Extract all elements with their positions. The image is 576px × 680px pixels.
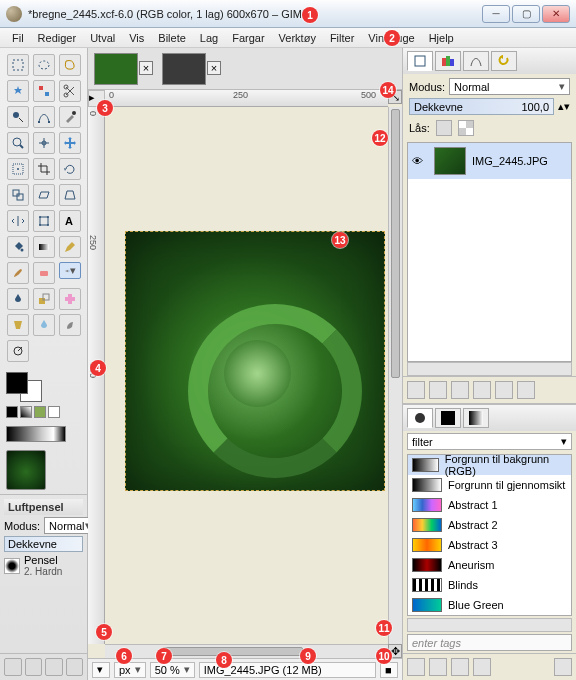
menu-filter[interactable]: Filter <box>324 30 360 46</box>
image-tab-1[interactable]: × <box>94 53 138 85</box>
tool-rotate[interactable] <box>59 158 81 180</box>
dup-gradient-icon[interactable] <box>451 658 469 676</box>
tool-rect-select[interactable] <box>7 54 29 76</box>
visibility-icon[interactable]: 👁 <box>412 155 428 167</box>
tool-free-select[interactable] <box>59 54 81 76</box>
tool-ink[interactable] <box>7 288 29 310</box>
tool-paintbrush[interactable] <box>7 262 29 284</box>
tool-paths[interactable] <box>33 106 55 128</box>
layer-opacity-slider[interactable]: Dekkevne100,0 <box>409 98 554 115</box>
layers-hscroll[interactable] <box>407 362 572 376</box>
lower-layer-icon[interactable] <box>451 381 469 399</box>
vertical-scrollbar[interactable] <box>388 107 402 644</box>
new-gradient-icon[interactable] <box>429 658 447 676</box>
edit-gradient-icon[interactable] <box>407 658 425 676</box>
tool-scale[interactable] <box>7 184 29 206</box>
tool-cage[interactable] <box>33 210 55 232</box>
gradient-item[interactable]: Blue Green <box>408 595 571 615</box>
restore-options-icon[interactable] <box>25 658 43 676</box>
refresh-gradient-icon[interactable] <box>554 658 572 676</box>
palette-chip[interactable] <box>20 406 32 418</box>
close-tab-icon[interactable]: × <box>207 61 221 75</box>
zoom-field[interactable]: 50 % <box>150 662 195 678</box>
active-gradient[interactable] <box>6 426 66 442</box>
menu-fil[interactable]: Fil <box>6 30 30 46</box>
gradient-item[interactable]: Abstract 2 <box>408 515 571 535</box>
layer-mode-select[interactable]: Normal <box>449 78 570 95</box>
lock-alpha-icon[interactable] <box>458 120 474 136</box>
tool-eraser[interactable] <box>33 262 55 284</box>
reset-options-icon[interactable] <box>66 658 84 676</box>
active-image-thumb[interactable] <box>6 450 46 490</box>
tool-move[interactable] <box>59 132 81 154</box>
tool-flip[interactable] <box>7 210 29 232</box>
channels-tab[interactable] <box>435 51 461 71</box>
menu-rediger[interactable]: Rediger <box>32 30 83 46</box>
new-layer-icon[interactable] <box>407 381 425 399</box>
layers-tab[interactable] <box>407 51 433 71</box>
filter-input[interactable]: filter <box>407 433 572 450</box>
close-tab-icon[interactable]: × <box>139 61 153 75</box>
tool-scissors[interactable] <box>59 80 81 102</box>
paths-tab[interactable] <box>463 51 489 71</box>
gradients-tab[interactable] <box>463 408 489 428</box>
tool-bucket[interactable] <box>7 236 29 258</box>
tool-blur[interactable] <box>33 314 55 336</box>
tool-airbrush[interactable] <box>59 262 81 279</box>
anchor-layer-icon[interactable] <box>495 381 513 399</box>
tool-crop[interactable] <box>33 158 55 180</box>
palette-chip[interactable] <box>6 406 18 418</box>
opacity-spinner[interactable]: ▴▾ <box>558 100 570 113</box>
image-canvas[interactable] <box>125 231 385 491</box>
gradient-item[interactable]: Abstract 1 <box>408 495 571 515</box>
tags-input[interactable]: enter tags <box>407 634 572 651</box>
palette-chip[interactable] <box>48 406 60 418</box>
minimize-button[interactable]: ─ <box>482 5 510 23</box>
lock-pixels-icon[interactable] <box>436 120 452 136</box>
menu-verktoy[interactable]: Verktøy <box>273 30 322 46</box>
tool-ellipse-select[interactable] <box>33 54 55 76</box>
close-button[interactable]: ✕ <box>542 5 570 23</box>
palette-chip[interactable] <box>34 406 46 418</box>
tool-fuzzy-select[interactable] <box>7 80 29 102</box>
undo-tab[interactable] <box>491 51 517 71</box>
tool-zoom[interactable] <box>7 132 29 154</box>
unit-selector[interactable]: px <box>114 662 146 678</box>
gradient-item[interactable]: Aneurism <box>408 555 571 575</box>
duplicate-layer-icon[interactable] <box>473 381 491 399</box>
tool-dodge[interactable] <box>7 340 29 362</box>
image-tab-2[interactable]: × <box>162 53 206 85</box>
layer-name[interactable]: IMG_2445.JPG <box>472 155 548 167</box>
menu-hjelp[interactable]: Hjelp <box>423 30 460 46</box>
tool-foreground[interactable] <box>7 106 29 128</box>
menu-bilete[interactable]: Bilete <box>152 30 192 46</box>
tool-blend[interactable] <box>33 236 55 258</box>
gradient-item[interactable]: Blinds <box>408 575 571 595</box>
fg-color-swatch[interactable] <box>6 372 28 394</box>
viewport[interactable] <box>105 107 388 644</box>
horizontal-scrollbar[interactable] <box>105 644 388 658</box>
tool-text[interactable]: A <box>59 210 81 232</box>
menu-utval[interactable]: Utval <box>84 30 121 46</box>
maximize-button[interactable]: ▢ <box>512 5 540 23</box>
ruler-horizontal[interactable]: 0 250 500 <box>105 90 388 107</box>
tool-by-color[interactable] <box>33 80 55 102</box>
gradient-item[interactable]: Abstract 3 <box>408 535 571 555</box>
layer-row[interactable]: 👁 IMG_2445.JPG <box>408 143 571 179</box>
delete-gradient-icon[interactable] <box>473 658 491 676</box>
menu-lag[interactable]: Lag <box>194 30 224 46</box>
gradient-item[interactable]: Forgrunn til gjennomsikt <box>408 475 571 495</box>
delete-options-icon[interactable] <box>45 658 63 676</box>
tool-heal[interactable] <box>59 288 81 310</box>
tool-clone[interactable] <box>33 288 55 310</box>
tool-pencil[interactable] <box>59 236 81 258</box>
opacity-slider[interactable]: Dekkevne <box>4 536 83 552</box>
menu-vis[interactable]: Vis <box>123 30 150 46</box>
delete-layer-icon[interactable] <box>517 381 535 399</box>
tool-shear[interactable] <box>33 184 55 206</box>
menu-fargar[interactable]: Fargar <box>226 30 270 46</box>
tool-perspective-clone[interactable] <box>7 314 29 336</box>
tool-measure[interactable] <box>33 132 55 154</box>
layers-list[interactable]: 👁 IMG_2445.JPG <box>407 142 572 362</box>
patterns-tab[interactable] <box>435 408 461 428</box>
